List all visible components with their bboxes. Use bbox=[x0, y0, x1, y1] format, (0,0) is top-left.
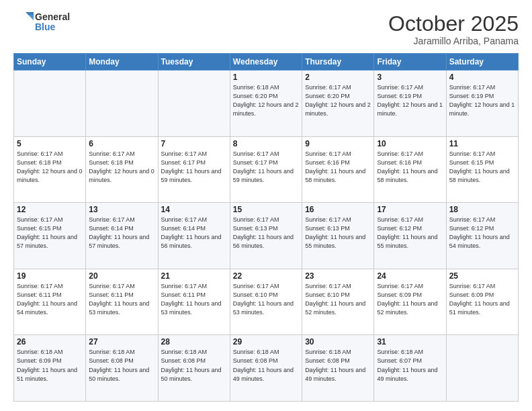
header-sunday: Sunday bbox=[14, 54, 86, 71]
cell-info: Sunrise: 6:17 AMSunset: 6:13 PMDaylight:… bbox=[305, 216, 371, 250]
table-row: 6 Sunrise: 6:17 AMSunset: 6:18 PMDayligh… bbox=[86, 136, 158, 203]
table-row bbox=[86, 71, 158, 137]
cell-info: Sunrise: 6:17 AMSunset: 6:18 PMDaylight:… bbox=[89, 150, 154, 185]
day-number: 14 bbox=[161, 205, 227, 214]
table-row: 3 Sunrise: 6:17 AMSunset: 6:19 PMDayligh… bbox=[374, 71, 446, 137]
table-row: 30 Sunrise: 6:18 AMSunset: 6:08 PMDaylig… bbox=[302, 335, 374, 402]
cell-info: Sunrise: 6:17 AMSunset: 6:16 PMDaylight:… bbox=[377, 150, 443, 185]
cell-info: Sunrise: 6:18 AMSunset: 6:09 PMDaylight:… bbox=[17, 348, 83, 383]
day-number: 15 bbox=[233, 205, 299, 214]
cell-info: Sunrise: 6:17 AMSunset: 6:19 PMDaylight:… bbox=[449, 83, 515, 118]
cell-info: Sunrise: 6:17 AMSunset: 6:15 PMDaylight:… bbox=[449, 150, 515, 185]
day-number: 30 bbox=[305, 337, 371, 347]
logo-svg: General Blue bbox=[13, 12, 70, 33]
header-friday: Friday bbox=[374, 54, 446, 71]
table-row: 16 Sunrise: 6:17 AMSunset: 6:13 PMDaylig… bbox=[302, 203, 374, 269]
cell-info: Sunrise: 6:18 AMSunset: 6:08 PMDaylight:… bbox=[161, 348, 227, 383]
cell-info: Sunrise: 6:17 AMSunset: 6:18 PMDaylight:… bbox=[17, 150, 83, 185]
table-row: 29 Sunrise: 6:18 AMSunset: 6:08 PMDaylig… bbox=[230, 335, 302, 402]
day-number: 6 bbox=[89, 139, 154, 148]
table-row: 24 Sunrise: 6:17 AMSunset: 6:09 PMDaylig… bbox=[374, 269, 446, 335]
day-number: 21 bbox=[161, 271, 227, 281]
table-row: 12 Sunrise: 6:17 AMSunset: 6:15 PMDaylig… bbox=[14, 203, 86, 269]
day-number: 11 bbox=[449, 139, 515, 148]
day-number: 31 bbox=[377, 337, 443, 347]
day-number: 22 bbox=[233, 271, 299, 281]
table-row: 31 Sunrise: 6:18 AMSunset: 6:07 PMDaylig… bbox=[374, 335, 446, 402]
table-row: 8 Sunrise: 6:17 AMSunset: 6:17 PMDayligh… bbox=[230, 136, 302, 203]
day-number: 26 bbox=[17, 337, 83, 347]
table-row: 5 Sunrise: 6:17 AMSunset: 6:18 PMDayligh… bbox=[14, 136, 86, 203]
header-tuesday: Tuesday bbox=[158, 54, 230, 71]
day-number: 24 bbox=[377, 271, 443, 281]
day-number: 16 bbox=[305, 205, 371, 214]
table-row: 28 Sunrise: 6:18 AMSunset: 6:08 PMDaylig… bbox=[158, 335, 230, 402]
cell-info: Sunrise: 6:18 AMSunset: 6:08 PMDaylight:… bbox=[233, 348, 299, 383]
table-row: 26 Sunrise: 6:18 AMSunset: 6:09 PMDaylig… bbox=[14, 335, 86, 402]
cell-info: Sunrise: 6:17 AMSunset: 6:14 PMDaylight:… bbox=[89, 216, 154, 250]
day-number: 8 bbox=[233, 139, 299, 148]
header-wednesday: Wednesday bbox=[230, 54, 302, 71]
table-row: 7 Sunrise: 6:17 AMSunset: 6:17 PMDayligh… bbox=[158, 136, 230, 203]
table-row bbox=[14, 71, 86, 137]
day-number: 5 bbox=[17, 139, 83, 148]
calendar-table: Sunday Monday Tuesday Wednesday Thursday… bbox=[13, 53, 519, 402]
table-row: 17 Sunrise: 6:17 AMSunset: 6:12 PMDaylig… bbox=[374, 203, 446, 269]
cell-info: Sunrise: 6:17 AMSunset: 6:17 PMDaylight:… bbox=[161, 150, 227, 185]
table-row: 23 Sunrise: 6:17 AMSunset: 6:10 PMDaylig… bbox=[302, 269, 374, 335]
svg-marker-1 bbox=[28, 15, 34, 20]
calendar-header-row: Sunday Monday Tuesday Wednesday Thursday… bbox=[14, 54, 519, 71]
calendar-week-4: 26 Sunrise: 6:18 AMSunset: 6:09 PMDaylig… bbox=[14, 335, 519, 402]
day-number: 12 bbox=[17, 205, 83, 214]
logo-blue: Blue bbox=[35, 22, 70, 32]
cell-info: Sunrise: 6:17 AMSunset: 6:09 PMDaylight:… bbox=[449, 282, 515, 317]
cell-info: Sunrise: 6:17 AMSunset: 6:17 PMDaylight:… bbox=[233, 150, 299, 185]
cell-info: Sunrise: 6:17 AMSunset: 6:11 PMDaylight:… bbox=[17, 282, 83, 317]
calendar-week-3: 19 Sunrise: 6:17 AMSunset: 6:11 PMDaylig… bbox=[14, 269, 519, 335]
cell-info: Sunrise: 6:17 AMSunset: 6:15 PMDaylight:… bbox=[17, 216, 83, 250]
day-number: 23 bbox=[305, 271, 371, 281]
day-number: 9 bbox=[305, 139, 371, 148]
table-row: 21 Sunrise: 6:17 AMSunset: 6:11 PMDaylig… bbox=[158, 269, 230, 335]
calendar-week-1: 5 Sunrise: 6:17 AMSunset: 6:18 PMDayligh… bbox=[14, 136, 519, 203]
table-row: 19 Sunrise: 6:17 AMSunset: 6:11 PMDaylig… bbox=[14, 269, 86, 335]
table-row: 9 Sunrise: 6:17 AMSunset: 6:16 PMDayligh… bbox=[302, 136, 374, 203]
cell-info: Sunrise: 6:17 AMSunset: 6:10 PMDaylight:… bbox=[233, 282, 299, 317]
day-number: 28 bbox=[161, 337, 227, 347]
table-row: 1 Sunrise: 6:18 AMSunset: 6:20 PMDayligh… bbox=[230, 71, 302, 137]
logo-graphic-icon bbox=[13, 12, 34, 32]
day-number: 20 bbox=[89, 271, 154, 281]
day-number: 1 bbox=[233, 73, 299, 82]
day-number: 10 bbox=[377, 139, 443, 148]
table-row: 2 Sunrise: 6:17 AMSunset: 6:20 PMDayligh… bbox=[302, 71, 374, 137]
day-number: 18 bbox=[449, 205, 515, 214]
cell-info: Sunrise: 6:17 AMSunset: 6:13 PMDaylight:… bbox=[233, 216, 299, 250]
cell-info: Sunrise: 6:18 AMSunset: 6:20 PMDaylight:… bbox=[233, 83, 299, 118]
day-number: 17 bbox=[377, 205, 443, 214]
table-row: 11 Sunrise: 6:17 AMSunset: 6:15 PMDaylig… bbox=[446, 136, 518, 203]
day-number: 4 bbox=[449, 73, 515, 82]
table-row: 27 Sunrise: 6:18 AMSunset: 6:08 PMDaylig… bbox=[86, 335, 158, 402]
cell-info: Sunrise: 6:18 AMSunset: 6:08 PMDaylight:… bbox=[89, 348, 154, 383]
day-number: 13 bbox=[89, 205, 154, 214]
header: General Blue October 2025 Jaramillo Arri… bbox=[13, 12, 519, 46]
day-number: 19 bbox=[17, 271, 83, 281]
calendar-week-2: 12 Sunrise: 6:17 AMSunset: 6:15 PMDaylig… bbox=[14, 203, 519, 269]
table-row: 25 Sunrise: 6:17 AMSunset: 6:09 PMDaylig… bbox=[446, 269, 518, 335]
day-number: 25 bbox=[449, 271, 515, 281]
table-row: 20 Sunrise: 6:17 AMSunset: 6:11 PMDaylig… bbox=[86, 269, 158, 335]
cell-info: Sunrise: 6:17 AMSunset: 6:10 PMDaylight:… bbox=[305, 282, 371, 317]
cell-info: Sunrise: 6:18 AMSunset: 6:07 PMDaylight:… bbox=[377, 348, 443, 383]
header-saturday: Saturday bbox=[446, 54, 518, 71]
cell-info: Sunrise: 6:17 AMSunset: 6:11 PMDaylight:… bbox=[89, 282, 154, 317]
day-number: 7 bbox=[161, 139, 227, 148]
table-row bbox=[158, 71, 230, 137]
location: Jaramillo Arriba, Panama bbox=[388, 36, 519, 46]
logo-text: General Blue bbox=[35, 12, 70, 33]
page: General Blue October 2025 Jaramillo Arri… bbox=[0, 0, 532, 411]
day-number: 29 bbox=[233, 337, 299, 347]
table-row: 22 Sunrise: 6:17 AMSunset: 6:10 PMDaylig… bbox=[230, 269, 302, 335]
table-row bbox=[446, 335, 518, 402]
title-block: October 2025 Jaramillo Arriba, Panama bbox=[388, 12, 519, 46]
logo-general: General bbox=[35, 12, 70, 22]
